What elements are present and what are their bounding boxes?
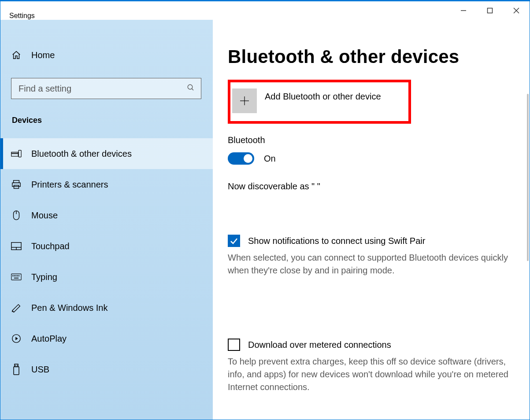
swift-pair-description: When selected, you can connect to suppor…: [228, 251, 510, 277]
bluetooth-toggle[interactable]: [228, 152, 254, 165]
svg-rect-9: [14, 181, 19, 183]
svg-marker-25: [15, 337, 18, 340]
minimize-icon: [460, 7, 467, 14]
svg-rect-27: [14, 367, 19, 375]
home-icon: [11, 50, 22, 60]
svg-rect-6: [11, 152, 18, 154]
window-controls: [450, 1, 530, 20]
toggle-knob: [244, 154, 252, 163]
discoverable-text: Now discoverable as " ": [228, 181, 520, 192]
nav-list: Bluetooth & other devices Printers & sca…: [0, 138, 213, 385]
svg-point-19: [14, 276, 15, 276]
close-button[interactable]: [503, 1, 530, 20]
plus-icon: [232, 88, 257, 113]
sidebar-item-label: Typing: [31, 272, 57, 282]
check-icon: [230, 236, 238, 245]
nav-home-label: Home: [31, 50, 55, 60]
sidebar: Settings Home Devices: [0, 20, 213, 420]
autoplay-icon: [11, 333, 22, 344]
svg-rect-8: [19, 150, 21, 157]
bluetooth-section-label: Bluetooth: [228, 135, 520, 145]
minimize-button[interactable]: [450, 1, 477, 20]
bluetooth-toggle-row: On: [228, 152, 520, 165]
sidebar-section-title: Devices: [12, 116, 213, 125]
page-title: Bluetooth & other devices: [228, 46, 520, 67]
nav-home[interactable]: Home: [0, 42, 213, 68]
settings-window: Settings Home Devices: [0, 0, 530, 420]
sidebar-item-pen[interactable]: Pen & Windows Ink: [0, 292, 213, 323]
pen-icon: [11, 302, 22, 313]
maximize-icon: [487, 7, 493, 14]
swift-pair-row: Show notifications to connect using Swif…: [228, 235, 520, 247]
svg-rect-1: [488, 8, 493, 13]
svg-point-20: [15, 276, 16, 276]
sidebar-item-mouse[interactable]: Mouse: [0, 200, 213, 231]
search-icon: [187, 84, 195, 94]
sidebar-item-label: Pen & Windows Ink: [31, 303, 107, 313]
add-device-button[interactable]: Add Bluetooth or other device: [232, 88, 404, 113]
svg-line-5: [192, 88, 193, 90]
scrollbar-thumb[interactable]: [527, 94, 529, 261]
sidebar-item-typing[interactable]: Typing: [0, 262, 213, 292]
sidebar-item-label: Printers & scanners: [31, 180, 108, 190]
printer-icon: [11, 179, 22, 190]
sidebar-item-label: USB: [31, 365, 49, 375]
keyboard-icon: [11, 272, 22, 282]
sidebar-item-label: Touchpad: [31, 241, 70, 251]
svg-rect-10: [12, 183, 20, 186]
bluetooth-state-label: On: [264, 154, 276, 164]
svg-point-22: [19, 276, 19, 276]
touchpad-icon: [11, 241, 22, 251]
add-device-label: Add Bluetooth or other device: [265, 92, 381, 102]
svg-rect-17: [11, 274, 21, 280]
maximize-button[interactable]: [477, 1, 503, 20]
sidebar-item-bluetooth[interactable]: Bluetooth & other devices: [0, 138, 213, 169]
app-title: Settings: [9, 12, 35, 20]
mouse-icon: [11, 210, 22, 221]
sidebar-item-usb[interactable]: USB: [0, 354, 213, 385]
sidebar-item-label: Mouse: [31, 210, 58, 221]
svg-rect-11: [14, 185, 19, 188]
sidebar-item-label: Bluetooth & other devices: [31, 149, 132, 159]
search-box[interactable]: [11, 78, 201, 99]
metered-row: Download over metered connections: [228, 339, 520, 351]
titlebar: [0, 1, 530, 20]
sidebar-item-label: AutoPlay: [31, 334, 67, 344]
sidebar-item-autoplay[interactable]: AutoPlay: [0, 323, 213, 354]
search-input[interactable]: [18, 83, 187, 94]
svg-rect-23: [14, 278, 19, 279]
main-pane: Bluetooth & other devices Add Bluetooth …: [213, 20, 530, 420]
metered-checkbox[interactable]: [228, 339, 240, 351]
metered-description: To help prevent extra charges, keep this…: [228, 355, 510, 394]
swift-pair-label: Show notifications to connect using Swif…: [248, 236, 425, 246]
svg-point-4: [188, 85, 193, 89]
usb-icon: [11, 364, 22, 375]
svg-point-18: [13, 276, 13, 276]
search-wrap: [11, 78, 202, 99]
annotation-highlight: Add Bluetooth or other device: [228, 80, 411, 124]
sidebar-item-printers[interactable]: Printers & scanners: [0, 169, 213, 200]
svg-point-21: [17, 276, 18, 276]
swift-pair-checkbox[interactable]: [228, 235, 240, 247]
content-area: Settings Home Devices: [0, 20, 530, 420]
svg-rect-7: [11, 154, 18, 156]
close-icon: [513, 7, 519, 14]
svg-rect-26: [15, 364, 18, 367]
sidebar-item-touchpad[interactable]: Touchpad: [0, 231, 213, 262]
metered-label: Download over metered connections: [248, 340, 391, 350]
devices-icon: [11, 148, 22, 159]
